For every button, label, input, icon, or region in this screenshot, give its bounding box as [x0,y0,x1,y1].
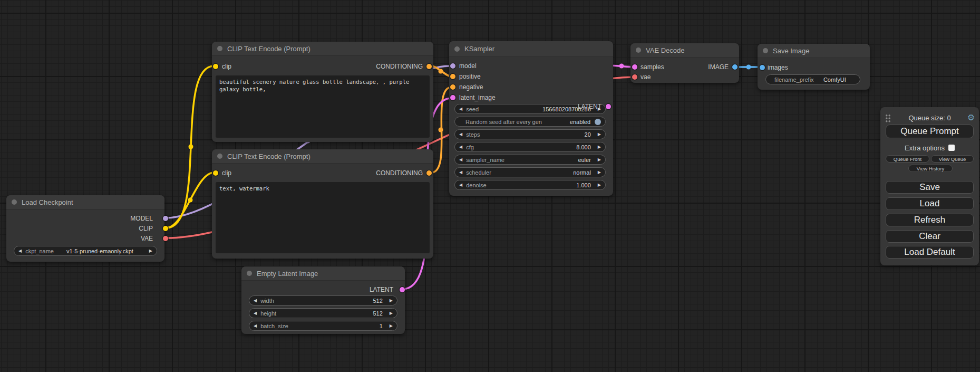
scheduler-value: normal [491,169,598,176]
right-arrow-icon[interactable]: ▶ [598,170,601,175]
load-button[interactable]: Load [886,197,974,210]
extra-options-checkbox[interactable] [948,145,955,151]
queue-prompt-button[interactable]: Queue Prompt [886,125,974,138]
port-vae-output[interactable] [163,236,168,241]
collapse-dot-icon[interactable] [454,46,460,52]
refresh-button[interactable]: Refresh [886,214,974,226]
port-clip-input[interactable] [213,64,218,69]
ckpt-name-value: v1-5-pruned-emaonly.ckpt [54,248,149,254]
node-titlebar[interactable]: CLIP Text Encode (Prompt) [212,42,433,56]
right-arrow-icon[interactable]: ▶ [149,249,152,253]
collapse-dot-icon[interactable] [247,271,252,276]
input-positive: positive [449,71,613,82]
node-titlebar[interactable]: Save Image [758,44,870,58]
input-clip: clip CONDITIONING [212,168,433,178]
collapse-dot-icon[interactable] [636,47,641,53]
port-model-output[interactable] [163,216,168,221]
ckpt-name-widget[interactable]: ◀ ckpt_name v1-5-pruned-emaonly.ckpt ▶ [14,246,157,256]
port-samples-input[interactable] [632,64,637,70]
node-titlebar[interactable]: Empty Latent Image [241,266,405,281]
output-conditioning-label: CONDITIONING [376,169,423,177]
denoise-widget[interactable]: ◀ denoise 1.000 ▶ [454,180,606,190]
filename-prefix-widget[interactable]: filename_prefix ComfyUI [765,74,860,84]
node-ksampler[interactable]: KSampler LATENT model positive negative … [449,41,613,196]
port-latent-output[interactable] [400,287,405,292]
port-clip-output[interactable] [163,226,168,231]
queue-control-panel[interactable]: Queue size: 0 ⚙ Queue Prompt Extra optio… [880,107,979,265]
port-conditioning-output[interactable] [426,64,432,69]
port-clip-input[interactable] [213,170,218,176]
node-title: CLIP Text Encode (Prompt) [227,45,311,53]
height-widget[interactable]: ◀ height 512 ▶ [249,308,397,318]
left-arrow-icon[interactable]: ◀ [254,323,257,328]
positive-prompt-textarea[interactable]: beautiful scenery nature glass bottle la… [216,75,430,138]
right-arrow-icon[interactable]: ▶ [598,145,601,149]
drag-handle-icon[interactable] [885,114,891,122]
input-vae: vae [630,72,739,82]
view-queue-button[interactable]: View Queue [931,155,974,163]
node-save-image[interactable]: Save Image images filename_prefix ComfyU… [758,44,870,90]
view-history-button[interactable]: View History [908,165,953,172]
scheduler-widget[interactable]: ◀ scheduler normal ▶ [454,167,606,177]
queue-size-label: Queue size: 0 [880,114,979,122]
left-arrow-icon[interactable]: ◀ [254,311,257,316]
left-arrow-icon[interactable]: ◀ [459,132,462,137]
steps-widget[interactable]: ◀ steps 20 ▶ [454,129,606,139]
output-conditioning-label: CONDITIONING [376,63,423,70]
node-vae-decode[interactable]: VAE Decode samples IMAGE vae [630,43,739,83]
right-arrow-icon[interactable]: ▶ [390,311,393,316]
right-arrow-icon[interactable]: ▶ [598,157,601,162]
right-arrow-icon[interactable]: ▶ [598,132,601,137]
save-button[interactable]: Save [886,181,974,194]
node-title: Empty Latent Image [257,270,318,278]
right-arrow-icon[interactable]: ▶ [390,323,393,328]
sampler-name-widget[interactable]: ◀ sampler_name euler ▶ [454,155,606,165]
left-arrow-icon[interactable]: ◀ [459,183,462,187]
right-arrow-icon[interactable]: ▶ [598,183,601,187]
node-clip-text-encode-negative[interactable]: CLIP Text Encode (Prompt) clip CONDITION… [212,149,433,259]
collapse-dot-icon[interactable] [217,154,222,159]
left-arrow-icon[interactable]: ◀ [459,145,462,149]
load-default-button[interactable]: Load Default [886,246,974,259]
input-latent-image: latent_image [449,92,613,103]
port-latent-output[interactable] [606,104,611,109]
node-empty-latent-image[interactable]: Empty Latent Image LATENT ◀ width 512 ▶ … [241,266,405,334]
toggle-circle-icon[interactable] [595,119,601,125]
left-arrow-icon[interactable]: ◀ [459,107,462,111]
collapse-dot-icon[interactable] [217,46,222,51]
cfg-widget[interactable]: ◀ cfg 8.000 ▶ [454,142,606,152]
port-model-input[interactable] [450,63,455,69]
negative-prompt-textarea[interactable]: text, watermark [216,182,430,253]
left-arrow-icon[interactable]: ◀ [459,170,462,175]
node-titlebar[interactable]: Load Checkpoint [6,195,164,209]
width-widget[interactable]: ◀ width 512 ▶ [249,295,397,306]
output-model: MODEL [6,213,164,223]
batch-size-value: 1 [288,323,390,329]
right-arrow-icon[interactable]: ▶ [390,298,393,303]
queue-front-button[interactable]: Queue Front [886,155,929,163]
port-conditioning-output[interactable] [426,170,432,176]
clear-button[interactable]: Clear [886,230,974,243]
random-seed-toggle-widget[interactable]: Random seed after every gen enabled [454,117,606,127]
left-arrow-icon[interactable]: ◀ [18,249,22,253]
filename-prefix-value: ComfyUI [814,77,856,83]
left-arrow-icon[interactable]: ◀ [254,298,257,303]
node-graph-canvas[interactable]: Load Checkpoint MODEL CLIP VAE ◀ ckpt_na… [0,0,980,372]
node-titlebar[interactable]: VAE Decode [630,43,739,58]
port-positive-input[interactable] [450,74,455,79]
left-arrow-icon[interactable]: ◀ [459,157,462,162]
port-negative-input[interactable] [450,84,455,90]
port-latent-image-input[interactable] [450,95,455,100]
output-clip: CLIP [6,223,164,233]
gear-icon[interactable]: ⚙ [967,112,975,122]
batch-size-widget[interactable]: ◀ batch_size 1 ▶ [249,321,397,331]
node-titlebar[interactable]: CLIP Text Encode (Prompt) [212,149,433,164]
port-images-input[interactable] [760,65,765,70]
port-image-output[interactable] [732,64,738,70]
collapse-dot-icon[interactable] [12,199,17,205]
node-titlebar[interactable]: KSampler [449,41,613,57]
node-load-checkpoint[interactable]: Load Checkpoint MODEL CLIP VAE ◀ ckpt_na… [6,195,164,262]
port-vae-input[interactable] [632,74,637,80]
node-clip-text-encode-positive[interactable]: CLIP Text Encode (Prompt) clip CONDITION… [212,42,433,142]
collapse-dot-icon[interactable] [763,48,768,53]
